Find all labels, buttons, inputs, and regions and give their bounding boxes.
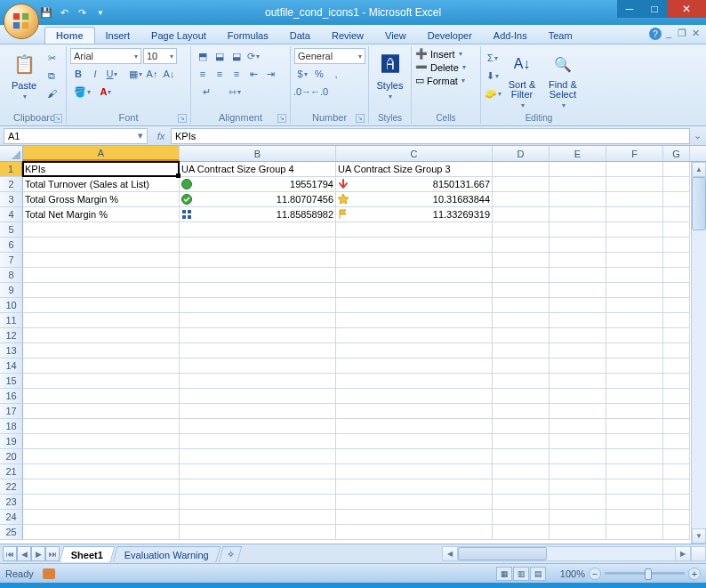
scroll-down-icon[interactable]: ▼ — [692, 528, 706, 544]
cell-G15[interactable] — [663, 374, 690, 389]
cell-A11[interactable] — [23, 313, 180, 328]
fx-icon[interactable]: fx — [153, 128, 169, 144]
cell-E14[interactable] — [550, 358, 606, 374]
row-header[interactable]: 12 — [0, 328, 23, 343]
cell-B21[interactable] — [180, 464, 336, 479]
view-page-break-icon[interactable]: ▤ — [530, 567, 546, 581]
cell-B1[interactable]: UA Contract Size Group 4 — [180, 162, 336, 177]
cell-B2[interactable]: 19551794 — [180, 177, 336, 192]
col-header-e[interactable]: E — [550, 146, 606, 161]
row-header[interactable]: 14 — [0, 358, 23, 374]
workbook-close-icon[interactable]: ✕ — [690, 28, 701, 38]
cell-F5[interactable] — [606, 222, 663, 238]
cell-E22[interactable] — [550, 479, 606, 495]
scroll-right-icon[interactable]: ▶ — [675, 547, 690, 560]
undo-icon[interactable]: ↶ — [57, 5, 71, 20]
tab-team[interactable]: Team — [538, 28, 583, 44]
row-header[interactable]: 17 — [0, 404, 23, 419]
cell-E4[interactable] — [550, 207, 606, 222]
row-header[interactable]: 18 — [0, 419, 23, 434]
cell-F16[interactable] — [606, 389, 663, 404]
row-header[interactable]: 3 — [0, 192, 23, 207]
col-header-a[interactable]: A — [23, 146, 180, 161]
row-header[interactable]: 16 — [0, 389, 23, 404]
tab-page-layout[interactable]: Page Layout — [140, 28, 217, 44]
cell-F20[interactable] — [606, 449, 663, 464]
row-header[interactable]: 20 — [0, 449, 23, 464]
cell-B16[interactable] — [180, 389, 336, 404]
cell-E2[interactable] — [550, 177, 606, 192]
cell-B6[interactable] — [180, 238, 336, 253]
shrink-font-button[interactable]: A↓ — [161, 66, 177, 82]
styles-button[interactable]: 🅰 Styles ▾ — [373, 48, 407, 101]
cell-D25[interactable] — [493, 525, 550, 540]
align-center-button[interactable]: ≡ — [212, 66, 228, 82]
cell-B17[interactable] — [180, 404, 336, 419]
cell-D5[interactable] — [493, 222, 550, 238]
cell-E25[interactable] — [550, 525, 606, 540]
cell-E11[interactable] — [550, 313, 606, 328]
tab-formulas[interactable]: Formulas — [217, 28, 279, 44]
cell-G4[interactable] — [663, 207, 690, 222]
orientation-button[interactable]: ⟳▾ — [245, 48, 261, 64]
maximize-button[interactable]: □ — [642, 0, 667, 18]
alignment-dialog-icon[interactable]: ↘ — [277, 114, 286, 123]
cell-F8[interactable] — [606, 268, 663, 283]
cell-A21[interactable] — [23, 464, 180, 479]
cell-G18[interactable] — [663, 419, 690, 434]
cell-E15[interactable] — [550, 374, 606, 389]
clipboard-dialog-icon[interactable]: ↘ — [53, 114, 62, 123]
tab-nav-prev-icon[interactable]: ◀ — [17, 546, 31, 561]
cell-B25[interactable] — [180, 525, 336, 540]
cell-G12[interactable] — [663, 328, 690, 343]
cell-E6[interactable] — [550, 238, 606, 253]
cell-C8[interactable] — [336, 268, 493, 283]
cell-C9[interactable] — [336, 283, 493, 298]
col-header-c[interactable]: C — [336, 146, 493, 161]
cell-F17[interactable] — [606, 404, 663, 419]
cell-B15[interactable] — [180, 374, 336, 389]
close-button[interactable]: ✕ — [667, 0, 706, 18]
qat-dropdown-icon[interactable]: ▼ — [93, 5, 108, 20]
cell-E3[interactable] — [550, 192, 606, 207]
cell-D11[interactable] — [493, 313, 550, 328]
cell-A8[interactable] — [23, 268, 180, 283]
row-header[interactable]: 6 — [0, 238, 23, 253]
cell-E5[interactable] — [550, 222, 606, 238]
col-header-b[interactable]: B — [180, 146, 336, 161]
minimize-button[interactable]: ─ — [617, 0, 642, 18]
cell-B24[interactable] — [180, 510, 336, 525]
cell-D4[interactable] — [493, 207, 550, 222]
macro-record-icon[interactable] — [43, 568, 55, 579]
row-header[interactable]: 9 — [0, 283, 23, 298]
cell-C15[interactable] — [336, 374, 493, 389]
cell-G19[interactable] — [663, 434, 690, 449]
cell-G21[interactable] — [663, 464, 690, 479]
ribbon-restore-icon[interactable]: ❐ — [677, 28, 687, 38]
cell-D23[interactable] — [493, 495, 550, 510]
bold-button[interactable]: B — [70, 66, 86, 82]
grow-font-button[interactable]: A↑ — [144, 66, 160, 82]
row-header[interactable]: 10 — [0, 298, 23, 313]
cell-G1[interactable] — [663, 162, 690, 177]
cut-icon[interactable]: ✂ — [44, 50, 60, 66]
cell-C4[interactable]: 11.33269319 — [336, 207, 493, 222]
row-header[interactable]: 21 — [0, 464, 23, 479]
cell-A22[interactable] — [23, 479, 180, 495]
row-header[interactable]: 7 — [0, 253, 23, 268]
office-button[interactable] — [4, 4, 39, 39]
align-left-button[interactable]: ≡ — [195, 66, 211, 82]
cell-C13[interactable] — [336, 343, 493, 358]
cell-D22[interactable] — [493, 479, 550, 495]
cell-C7[interactable] — [336, 253, 493, 268]
cell-E9[interactable] — [550, 283, 606, 298]
tab-addins[interactable]: Add-Ins — [483, 28, 538, 44]
cell-F13[interactable] — [606, 343, 663, 358]
tab-developer[interactable]: Developer — [417, 28, 483, 44]
merge-center-button[interactable]: ⇿▾ — [219, 84, 251, 100]
font-name-combo[interactable]: Arial▾ — [70, 48, 141, 64]
cell-C20[interactable] — [336, 449, 493, 464]
row-header[interactable]: 4 — [0, 207, 23, 222]
worksheet-grid[interactable]: A B C D E F G 1KPIsUA Contract Size Grou… — [0, 146, 706, 544]
cell-B10[interactable] — [180, 298, 336, 313]
